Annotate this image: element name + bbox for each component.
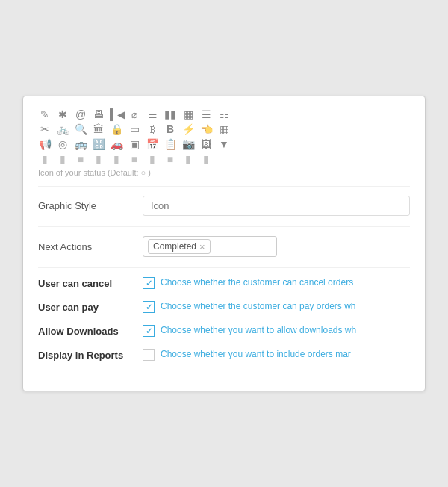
clipboard-icon[interactable]: 📋 xyxy=(164,138,177,150)
completed-tag: Completed × xyxy=(148,239,211,254)
checkbox-3[interactable] xyxy=(143,349,155,361)
binoculars-icon[interactable]: 🔍 xyxy=(74,123,87,135)
checkbox-row-3: Display in Reports Choose whether you wa… xyxy=(38,349,410,361)
icon-row-4: ▮ ▮ ■ ▮ ▮ ■ ▮ ■ ▮ ▮ xyxy=(38,153,410,165)
bold-icon[interactable]: B xyxy=(164,123,177,135)
settings-panel: ✎ ✱ @ 🖶 ▌◀ ⌀ ⚌ ▮▮ ▦ ☰ ⚏ ✂ 🚲 🔍 🏛 🔒 ▭ ₿ B … xyxy=(22,96,426,391)
checkbox-label-1: User can pay xyxy=(38,301,143,313)
icon-hint: Icon of your status (Default: ○ ) xyxy=(38,168,410,177)
divider-1 xyxy=(38,186,410,187)
icon-row-3: 📢 ◎ 🚌 🔠 🚗 ▣ 📅 📋 📷 🖼 ▼ xyxy=(38,138,410,150)
target-icon[interactable]: ◎ xyxy=(56,138,69,150)
icon-row-2: ✂ 🚲 🔍 🏛 🔒 ▭ ₿ B ⚡ 👈 ▦ xyxy=(38,123,410,135)
icon-row-1: ✎ ✱ @ 🖶 ▌◀ ⌀ ⚌ ▮▮ ▦ ☰ ⚏ xyxy=(38,108,410,120)
checkbox-desc-2: Choose whether you want to allow downloa… xyxy=(161,325,410,335)
barchart-icon[interactable]: ▮▮ xyxy=(164,108,177,120)
rewind-icon[interactable]: ▌◀ xyxy=(110,108,123,120)
checkbox-row-0: User can cancel Choose whether the custo… xyxy=(38,277,410,289)
columns-icon[interactable]: ⚌ xyxy=(146,108,159,120)
checkbox-content-0: Choose whether the customer can cancel o… xyxy=(143,277,410,289)
next-actions-row: Next Actions Completed × xyxy=(38,236,410,257)
pencil-icon[interactable]: ✎ xyxy=(38,108,52,120)
square-icon[interactable]: ▭ xyxy=(128,123,141,135)
faded-icon-6[interactable]: ■ xyxy=(128,153,141,165)
graphic-style-input[interactable] xyxy=(143,196,410,216)
checkbox-row-1: User can pay Choose whether the customer… xyxy=(38,301,410,313)
more-icon[interactable]: ▼ xyxy=(217,138,231,150)
graphic-style-label: Graphic Style xyxy=(38,200,143,211)
text-icon[interactable]: 🔠 xyxy=(92,138,105,150)
print-icon[interactable]: 🖶 xyxy=(92,108,105,120)
faded-icon-4[interactable]: ▮ xyxy=(92,153,105,165)
bitcoin-icon[interactable]: ₿ xyxy=(146,123,159,135)
checkbox-1[interactable] xyxy=(143,301,155,313)
faded-icon-2[interactable]: ▮ xyxy=(56,153,69,165)
checkbox-desc-3: Choose whether you want to include order… xyxy=(161,349,410,359)
faded-icon-5[interactable]: ▮ xyxy=(110,153,123,165)
graphic-style-row: Graphic Style xyxy=(38,196,410,216)
checkbox-label-3: Display in Reports xyxy=(38,349,143,361)
building-icon[interactable]: 🏛 xyxy=(92,123,105,135)
scissors-icon[interactable]: ✂ xyxy=(38,123,52,135)
checkbox-row-2: Allow Downloads Choose whether you want … xyxy=(38,325,410,337)
next-actions-label: Next Actions xyxy=(38,241,143,252)
checkbox-section: User can cancel Choose whether the custo… xyxy=(38,277,410,361)
faded-icon-7[interactable]: ▮ xyxy=(146,153,159,165)
asterisk-icon[interactable]: ✱ xyxy=(56,108,69,120)
checkbox-label-0: User can cancel xyxy=(38,277,143,289)
next-actions-value: Completed × xyxy=(143,236,410,257)
checkbox-label-2: Allow Downloads xyxy=(38,325,143,337)
list-icon[interactable]: ☰ xyxy=(199,108,213,120)
cursor-icon[interactable]: 👈 xyxy=(199,123,213,135)
faded-icon-8[interactable]: ■ xyxy=(164,153,177,165)
checkbox-0[interactable] xyxy=(143,277,155,289)
bus-icon[interactable]: 🚌 xyxy=(74,138,87,150)
ban-icon[interactable]: ⌀ xyxy=(128,108,141,120)
checkbox-content-3: Choose whether you want to include order… xyxy=(143,349,410,361)
checkbox-content-2: Choose whether you want to allow downloa… xyxy=(143,325,410,337)
calendar-icon[interactable]: 📅 xyxy=(146,138,159,150)
faded-icon-1[interactable]: ▮ xyxy=(38,153,52,165)
table-icon[interactable]: ⚏ xyxy=(217,108,231,120)
tag-text: Completed xyxy=(153,241,196,252)
checkbox-desc-0: Choose whether the customer can cancel o… xyxy=(161,277,410,288)
checkbox-content-1: Choose whether the customer can pay orde… xyxy=(143,301,410,313)
image-icon[interactable]: 🖼 xyxy=(199,138,213,150)
grid-icon[interactable]: ▦ xyxy=(181,108,195,120)
apps-icon[interactable]: ▣ xyxy=(128,138,141,150)
divider-3 xyxy=(38,267,410,268)
car-icon[interactable]: 🚗 xyxy=(110,138,123,150)
lightning-icon[interactable]: ⚡ xyxy=(181,123,195,135)
faded-icon-10[interactable]: ▮ xyxy=(199,153,213,165)
at-icon[interactable]: @ xyxy=(74,108,87,120)
graphic-style-value xyxy=(143,196,410,216)
camera-icon[interactable]: 📷 xyxy=(181,138,195,150)
checkbox-2[interactable] xyxy=(143,325,155,337)
pattern-icon[interactable]: ▦ xyxy=(217,123,231,135)
divider-2 xyxy=(38,226,410,227)
tag-remove-button[interactable]: × xyxy=(199,242,205,252)
faded-icon-3[interactable]: ■ xyxy=(74,153,87,165)
megaphone-icon[interactable]: 📢 xyxy=(38,138,52,150)
shield-icon[interactable]: 🔒 xyxy=(110,123,123,135)
tag-container: Completed × xyxy=(143,236,277,257)
faded-icon-9[interactable]: ▮ xyxy=(181,153,195,165)
icon-grid: ✎ ✱ @ 🖶 ▌◀ ⌀ ⚌ ▮▮ ▦ ☰ ⚏ ✂ 🚲 🔍 🏛 🔒 ▭ ₿ B … xyxy=(38,108,410,165)
bike-icon[interactable]: 🚲 xyxy=(56,123,69,135)
checkbox-desc-1: Choose whether the customer can pay orde… xyxy=(161,301,410,311)
